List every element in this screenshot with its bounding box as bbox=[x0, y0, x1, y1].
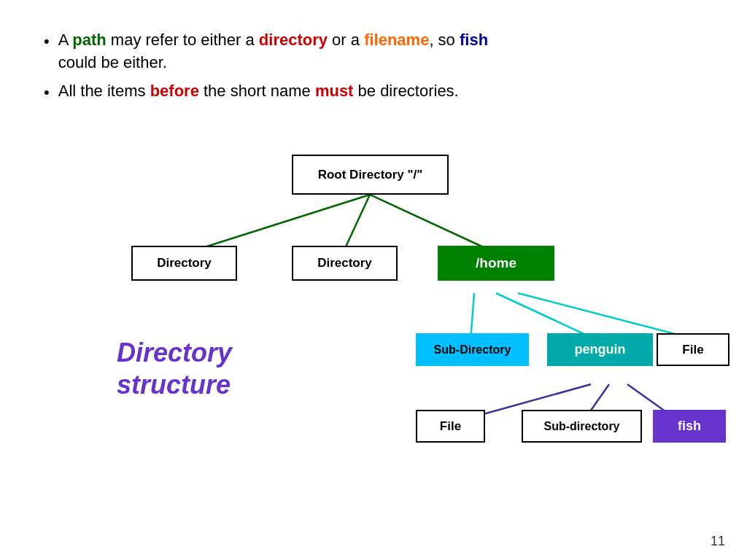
text-or-a: or a bbox=[328, 31, 364, 49]
node-penguin-label: penguin bbox=[575, 342, 626, 357]
text-could: could be either. bbox=[58, 53, 167, 71]
text-so: , so bbox=[429, 31, 460, 49]
node-dir1: Directory bbox=[131, 246, 237, 281]
node-file1-label: File bbox=[682, 343, 703, 357]
node-dir2-label: Directory bbox=[317, 256, 372, 271]
node-file2-label: File bbox=[440, 419, 461, 434]
text-directory: directory bbox=[259, 31, 328, 49]
svg-line-0 bbox=[186, 195, 370, 253]
bullet-dot-2: • bbox=[44, 82, 50, 104]
diagram-label-line2: structure bbox=[117, 369, 232, 400]
text-filename: filename bbox=[364, 31, 429, 49]
node-fish-label: fish bbox=[678, 419, 701, 434]
node-subdir2-label: Sub-directory bbox=[543, 420, 619, 433]
text-must: must bbox=[315, 82, 354, 100]
node-root-label: Root Directory "/" bbox=[318, 168, 423, 182]
text-before: before bbox=[150, 82, 199, 100]
svg-line-2 bbox=[370, 195, 496, 253]
text-a: A bbox=[58, 31, 73, 49]
diagram-label-line1: Directory bbox=[117, 337, 232, 368]
diagram-label: Directory structure bbox=[117, 337, 232, 400]
text-path: path bbox=[72, 31, 106, 49]
node-subdir: Sub-Directory bbox=[416, 333, 529, 366]
slide: • A path may refer to either a directory… bbox=[0, 0, 747, 560]
bullet-1-text: A path may refer to either a directory o… bbox=[58, 29, 488, 74]
node-penguin: penguin bbox=[547, 333, 653, 366]
node-home: /home bbox=[438, 246, 554, 281]
node-subdir2: Sub-directory bbox=[522, 410, 642, 443]
bullet-points: • A path may refer to either a directory… bbox=[44, 29, 703, 104]
text-may: may refer to either a bbox=[107, 31, 259, 49]
text-fish-bold: fish bbox=[460, 31, 488, 49]
node-root: Root Directory "/" bbox=[292, 155, 449, 195]
bullet-2-text: All the items before the short name must… bbox=[58, 80, 459, 103]
diagram-area: Root Directory "/" Directory Directory /… bbox=[44, 125, 703, 475]
bullet-2: • All the items before the short name mu… bbox=[44, 80, 703, 104]
node-file2: File bbox=[416, 410, 485, 443]
bullet-1: • A path may refer to either a directory… bbox=[44, 29, 703, 74]
node-dir1-label: Directory bbox=[157, 256, 212, 271]
node-subdir-label: Sub-Directory bbox=[434, 343, 511, 357]
node-fish: fish bbox=[653, 410, 726, 443]
bullet-dot-1: • bbox=[44, 31, 50, 53]
node-dir2: Directory bbox=[292, 246, 398, 281]
node-home-label: /home bbox=[476, 255, 516, 271]
svg-line-1 bbox=[343, 195, 370, 253]
text-all: All the items bbox=[58, 82, 150, 100]
text-be-dirs: be directories. bbox=[353, 82, 458, 100]
page-number: 11 bbox=[711, 534, 725, 549]
text-short: the short name bbox=[199, 82, 315, 100]
node-file1: File bbox=[657, 333, 729, 366]
